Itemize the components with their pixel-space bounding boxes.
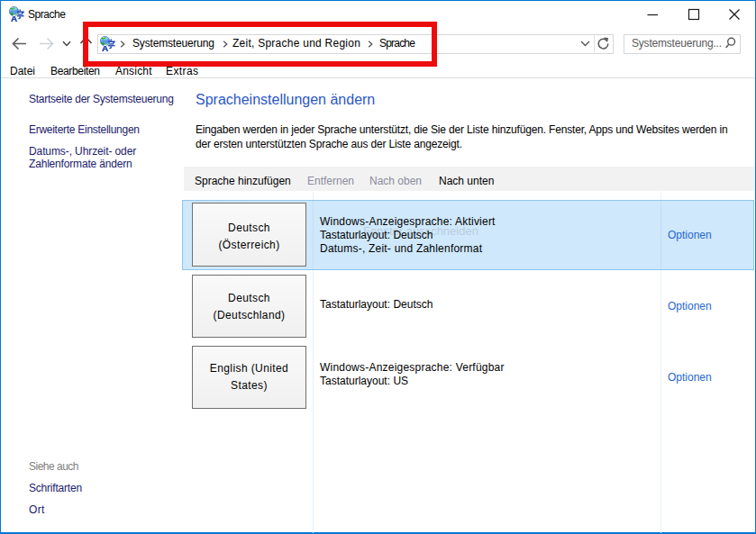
svg-text:A: A bbox=[11, 14, 17, 23]
